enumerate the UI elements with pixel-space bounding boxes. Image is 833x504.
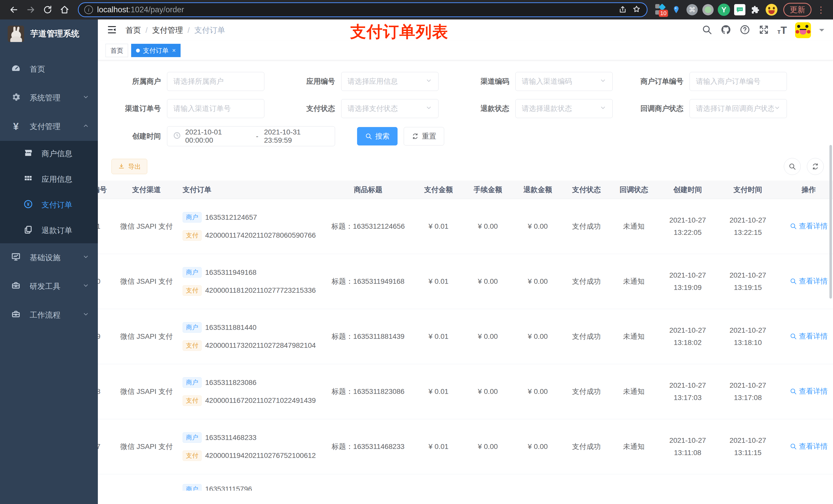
filter-label: 支付状态 xyxy=(276,104,335,114)
sidebar-item-home[interactable]: 首页 xyxy=(0,55,98,83)
font-size-icon[interactable]: ᴛT xyxy=(778,25,787,36)
extension-tabs-icon[interactable]: 10 xyxy=(654,3,667,17)
bookmark-star-icon[interactable] xyxy=(632,5,641,15)
tag-pay-order[interactable]: 支付订单 × xyxy=(131,44,181,57)
channel-code-select[interactable]: 请输入渠道编码 xyxy=(515,72,613,91)
view-detail-link[interactable]: 查看详情 xyxy=(790,221,828,231)
tag-home[interactable]: 首页 xyxy=(105,44,128,57)
sidebar-item-pay[interactable]: ¥ 支付管理 xyxy=(0,112,98,141)
pay-submenu: 商户信息 应用信息 支付订单 退款订单 xyxy=(0,141,98,243)
pay-tag: 支付 xyxy=(183,285,201,296)
site-info-icon[interactable]: i xyxy=(84,5,93,14)
breadcrumb: 首页 / 支付管理 / 支付订单 xyxy=(125,25,225,35)
vertical-scrollbar[interactable] xyxy=(829,145,832,298)
extension-chat-icon[interactable] xyxy=(733,3,746,17)
date-end[interactable]: 2021-10-31 23:59:59 xyxy=(264,128,329,144)
sidebar-item-system[interactable]: 系统管理 xyxy=(0,83,98,112)
browser-home-button[interactable] xyxy=(57,3,72,17)
view-detail-link[interactable]: 查看详情 xyxy=(790,276,828,286)
orders-table: 编号 支付渠道 支付订单 商品标题 支付金额 手续金额 退款金额 支付状态 回调… xyxy=(98,181,833,491)
extensions-puzzle-icon[interactable] xyxy=(749,3,762,17)
view-detail-link[interactable]: 查看详情 xyxy=(790,331,828,341)
browser-back-button[interactable] xyxy=(7,3,21,17)
table-row: 17 微信 JSAPI 支付 商户1635311468233 支付4200001… xyxy=(98,419,833,474)
sidebar-item-devtools[interactable]: 研发工具 xyxy=(0,272,98,301)
filter-notify-status: 回调商户状态 请选择订单回调商户状态 xyxy=(624,99,787,118)
col-status: 支付状态 xyxy=(563,185,610,195)
share-icon[interactable] xyxy=(618,5,627,15)
breadcrumb-separator: / xyxy=(188,26,190,34)
date-range-picker[interactable]: 2021-10-01 00:00:00 - 2021-10-31 23:59:5… xyxy=(167,126,335,146)
sidebar: 芋道管理系统 首页 系统管理 ¥ 支付管理 商户信息 xyxy=(0,20,98,504)
pay-status-select[interactable]: 请选择支付状态 xyxy=(341,99,438,118)
merchant-input[interactable] xyxy=(167,72,264,91)
hamburger-icon[interactable] xyxy=(106,24,117,36)
app-id-select[interactable]: 请选择应用信息 xyxy=(341,72,438,91)
merchant-tag: 商户 xyxy=(183,212,201,222)
view-detail-link[interactable]: 查看详情 xyxy=(790,441,828,451)
filter-row-1: 所属商户 应用编号 请选择应用信息 渠道编码 请输入渠道编码 xyxy=(102,72,833,91)
table-row: 21 微信 JSAPI 支付 商户1635312124657 支付4200001… xyxy=(98,199,833,254)
search-button[interactable]: 搜索 xyxy=(357,127,398,145)
table-row: 18 微信 JSAPI 支付 商户1635311823086 支付4200001… xyxy=(98,364,833,419)
reset-button[interactable]: 重置 xyxy=(404,127,444,145)
filter-merchant: 所属商户 xyxy=(102,72,264,91)
sidebar-item-refund-order[interactable]: 退款订单 xyxy=(0,218,98,243)
col-title: 商品标题 xyxy=(322,185,414,195)
sidebar-item-app-info[interactable]: 应用信息 xyxy=(0,166,98,192)
browser-forward-button[interactable] xyxy=(24,3,38,17)
toolbox-icon xyxy=(10,281,22,292)
merchant-tag: 商户 xyxy=(183,484,201,491)
col-id: 编号 xyxy=(98,185,115,195)
github-icon[interactable] xyxy=(720,24,731,36)
sidebar-item-merchant-info[interactable]: 商户信息 xyxy=(0,141,98,166)
chrome-update-button[interactable]: 更新 xyxy=(783,3,811,17)
refund-status-select[interactable]: 请选择退款状态 xyxy=(515,99,613,118)
app-title: 芋道管理系统 xyxy=(30,28,79,40)
clock-icon xyxy=(173,131,181,141)
sidebar-item-pay-order[interactable]: 支付订单 xyxy=(0,192,98,218)
col-created: 创建时间 xyxy=(658,184,718,196)
avatar-caret-icon[interactable] xyxy=(819,29,824,34)
header-search-icon[interactable] xyxy=(701,24,712,36)
sidebar-item-label: 支付管理 xyxy=(30,121,61,132)
sidebar-menu: 首页 系统管理 ¥ 支付管理 商户信息 应用信息 xyxy=(0,55,98,329)
breadcrumb-pay[interactable]: 支付管理 xyxy=(152,25,183,35)
merchant-order-no-input[interactable] xyxy=(690,72,787,91)
chevron-down-icon xyxy=(600,77,606,86)
chrome-menu-icon[interactable]: ⋮ xyxy=(817,5,825,15)
table-row-partial: 商户163531115796 xyxy=(98,474,833,491)
filter-refund-status: 退款状态 请选择退款状态 xyxy=(450,99,613,118)
view-detail-link[interactable]: 查看详情 xyxy=(790,386,828,396)
notify-status-select[interactable]: 请选择订单回调商户状态 xyxy=(690,99,787,118)
pay-tag: 支付 xyxy=(183,230,201,241)
sidebar-item-workflow[interactable]: 工作流程 xyxy=(0,301,98,329)
channel-order-no-input[interactable] xyxy=(167,99,264,118)
date-start[interactable]: 2021-10-01 00:00:00 xyxy=(185,128,250,144)
extension-y-icon[interactable]: Y xyxy=(717,3,731,17)
help-icon[interactable] xyxy=(739,24,750,36)
filter-create-time: 创建时间 2021-10-01 00:00:00 - 2021-10-31 23… xyxy=(102,126,335,146)
user-avatar[interactable] xyxy=(795,22,811,38)
fullscreen-icon[interactable] xyxy=(759,24,769,36)
sidebar-item-infra[interactable]: 基础设施 xyxy=(0,243,98,272)
sidebar-item-label: 首页 xyxy=(30,64,45,74)
close-icon[interactable]: × xyxy=(172,47,176,54)
app-logo[interactable]: 芋道管理系统 xyxy=(0,20,98,48)
address-bar[interactable]: i localhost:1024/pay/order xyxy=(78,2,647,17)
browser-reload-button[interactable] xyxy=(41,3,55,17)
toggle-search-button[interactable] xyxy=(784,158,801,175)
chevron-down-icon xyxy=(82,253,89,262)
extension-pin-icon[interactable] xyxy=(670,3,683,17)
breadcrumb-home[interactable]: 首页 xyxy=(125,25,141,35)
extension-command-icon[interactable]: ⌘ xyxy=(686,3,699,17)
col-action: 操作 xyxy=(778,185,833,195)
refresh-table-button[interactable] xyxy=(807,158,824,175)
url-text: localhost:1024/pay/order xyxy=(97,5,614,14)
export-button[interactable]: 导出 xyxy=(112,159,147,174)
sidebar-item-label: 退款订单 xyxy=(42,225,72,236)
breadcrumb-separator: / xyxy=(145,26,147,34)
filter-label: 渠道编码 xyxy=(450,77,509,86)
extension-recorder-icon[interactable] xyxy=(701,3,715,17)
profile-avatar[interactable] xyxy=(765,3,778,17)
